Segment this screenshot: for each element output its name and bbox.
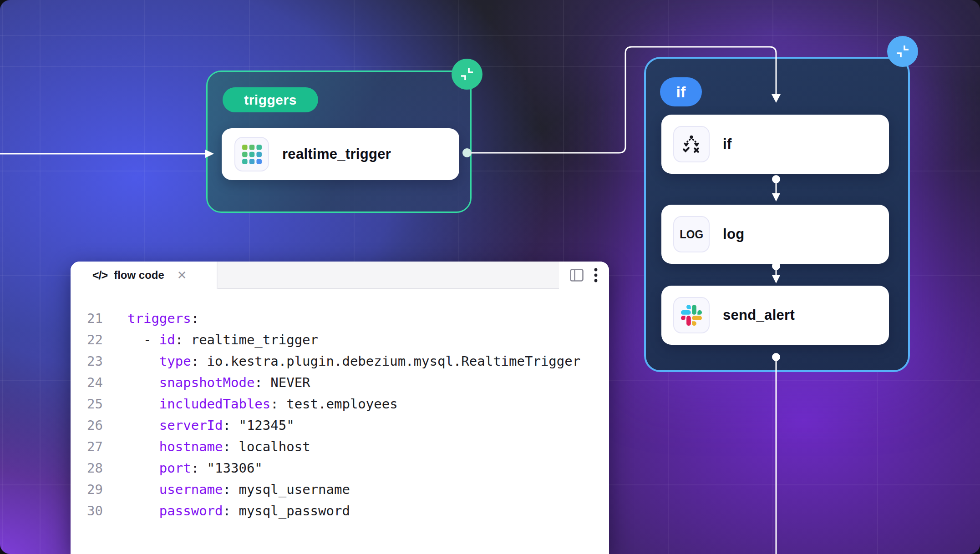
workflow-canvas: triggers realtime_trigger [0, 0, 980, 554]
slack-icon [673, 297, 710, 333]
code-line: 26 serverId: "12345" [71, 414, 609, 436]
task-card-if[interactable]: if [661, 115, 889, 174]
code-editor[interactable]: 21triggers:22 - id: realtime_trigger23 t… [71, 289, 609, 553]
code-line: 24 snapshotMode: NEVER [71, 372, 609, 393]
if-group-node[interactable]: if if LOG log [644, 57, 910, 372]
task-card-log[interactable]: LOG log [661, 205, 889, 264]
split-view-button[interactable] [570, 269, 584, 282]
code-line: 29 username: mysql_username [71, 478, 609, 500]
debezium-icon [234, 137, 269, 171]
code-line: 30 password: mysql_password [71, 500, 609, 521]
code-line: 27 hostname: localhost [71, 436, 609, 457]
task-card-send-alert[interactable]: send_alert [661, 286, 889, 345]
flow-code-panel: </> flow code ✕ 21triggers:22 - id: real… [71, 262, 609, 554]
code-line: 23 type: io.kestra.plugin.debezium.mysql… [71, 350, 609, 372]
collapse-if-button[interactable] [887, 36, 918, 67]
log-icon: LOG [673, 216, 710, 252]
code-line: 25 includedTables: test.employees [71, 393, 609, 414]
tab-title: flow code [114, 269, 164, 282]
code-line: 28 port: "13306" [71, 457, 609, 478]
collapse-icon [893, 41, 913, 61]
task-label: if [723, 136, 732, 152]
triggers-group-badge: triggers [223, 87, 318, 112]
triggers-group-node[interactable]: triggers realtime_trigger [206, 71, 472, 213]
task-card-realtime-trigger[interactable]: realtime_trigger [222, 128, 459, 180]
kebab-menu-button[interactable] [594, 267, 598, 283]
tab-flow-code[interactable]: </> flow code ✕ [71, 262, 218, 289]
if-group-badge: if [660, 77, 702, 106]
code-line: 21triggers: [71, 307, 609, 329]
task-label: realtime_trigger [282, 146, 391, 162]
code-line: 22 - id: realtime_trigger [71, 329, 609, 350]
code-icon: </> [92, 269, 107, 282]
close-icon[interactable]: ✕ [177, 269, 187, 281]
collapse-triggers-button[interactable] [452, 59, 482, 90]
task-label: log [723, 226, 744, 242]
code-lines: 21triggers:22 - id: realtime_trigger23 t… [71, 307, 609, 521]
if-branch-icon [673, 126, 710, 162]
code-panel-header: </> flow code ✕ [71, 262, 609, 289]
collapse-icon [457, 64, 477, 84]
task-label: send_alert [723, 307, 795, 323]
